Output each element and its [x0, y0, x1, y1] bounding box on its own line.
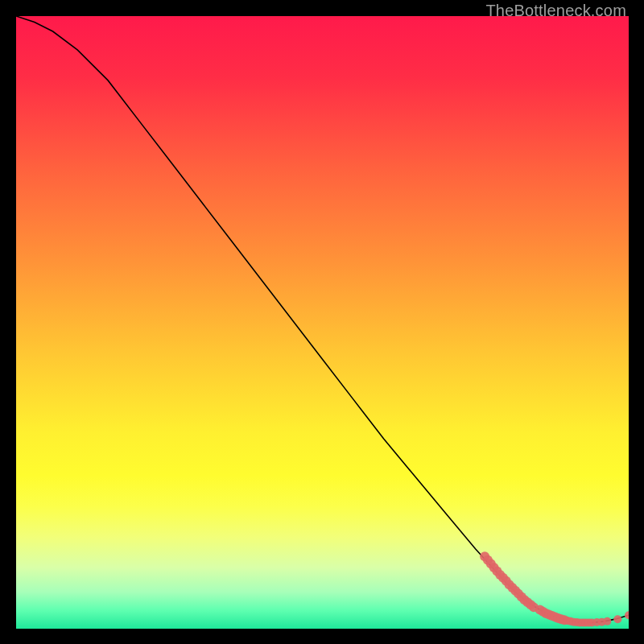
gradient-background [16, 16, 629, 629]
chart-frame [16, 16, 629, 629]
watermark-text: TheBottleneck.com [485, 2, 626, 20]
data-marker [603, 617, 611, 625]
chart-plot [16, 16, 629, 629]
data-marker [613, 615, 621, 623]
